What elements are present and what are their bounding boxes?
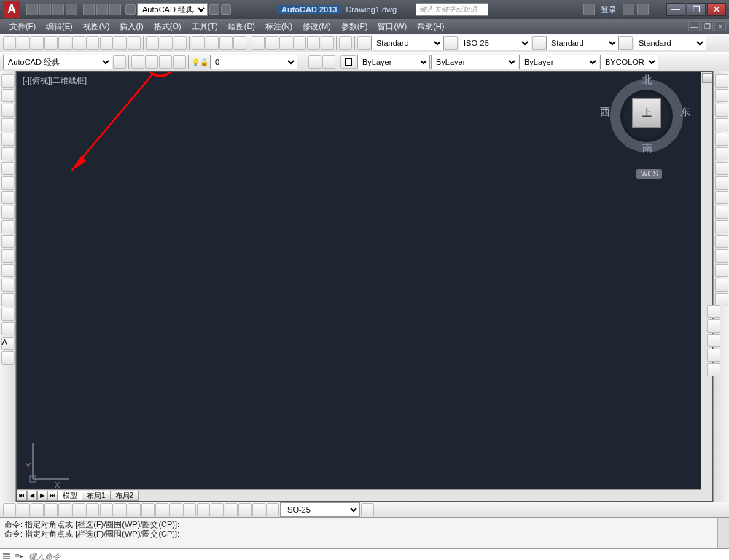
tab-first-icon[interactable]: ⏮: [17, 491, 27, 501]
hatch-icon[interactable]: [1, 279, 15, 292]
point-icon[interactable]: [1, 264, 15, 277]
stretch-icon[interactable]: [715, 191, 728, 204]
qat-redo-icon[interactable]: [109, 4, 121, 15]
join-icon[interactable]: [715, 249, 728, 262]
dim-jogged-icon[interactable]: [72, 503, 85, 516]
zoom-window-icon[interactable]: [219, 36, 233, 50]
layer-filter-icon[interactable]: [159, 55, 172, 69]
close-button[interactable]: ✕: [707, 3, 726, 16]
layer-control[interactable]: 💡🔒 0: [191, 55, 308, 69]
dim-update-icon[interactable]: [266, 503, 279, 516]
erase-icon[interactable]: [715, 74, 728, 88]
array-icon[interactable]: [715, 133, 728, 146]
help-icon[interactable]: [637, 4, 649, 15]
make-block-icon[interactable]: [1, 249, 15, 262]
menu-tools[interactable]: 工具(T): [187, 21, 223, 32]
menu-parametric[interactable]: 参数(P): [336, 21, 373, 32]
tab-model[interactable]: 模型: [58, 491, 82, 501]
arc-icon[interactable]: [1, 147, 15, 160]
tab-layout1[interactable]: 布局1: [82, 491, 111, 501]
plot-icon[interactable]: [44, 36, 58, 50]
menu-edit[interactable]: 编辑(E): [41, 21, 78, 32]
new-icon[interactable]: [3, 36, 16, 50]
ellipse-arc-icon[interactable]: [1, 220, 15, 233]
paste-icon[interactable]: [114, 36, 127, 50]
tab-last-icon[interactable]: ⏭: [47, 491, 58, 501]
app-menu-button[interactable]: A: [3, 1, 20, 18]
tab-layout2[interactable]: 布局2: [110, 491, 139, 501]
dim-style-combo[interactable]: ISO-25: [280, 502, 360, 517]
copy-icon[interactable]: [100, 36, 113, 50]
save-icon[interactable]: [31, 36, 44, 50]
scale-icon[interactable]: [715, 176, 728, 190]
workspace-select[interactable]: AutoCAD 经典: [137, 3, 208, 16]
dim-space-icon[interactable]: [155, 503, 168, 516]
menu-modify[interactable]: 修改(M): [297, 21, 336, 32]
doc-close-button[interactable]: ×: [714, 21, 726, 31]
minimize-button[interactable]: —: [666, 3, 685, 16]
menu-format[interactable]: 格式(O): [149, 21, 187, 32]
dim-inspect-icon[interactable]: [211, 503, 224, 516]
mleaderstyle-icon[interactable]: [620, 36, 633, 50]
qat-save-icon[interactable]: [52, 4, 64, 15]
trim-icon[interactable]: [715, 206, 728, 219]
layer-manager-icon[interactable]: [131, 55, 144, 69]
menu-file[interactable]: 文件(F): [4, 21, 41, 32]
doc-restore-button[interactable]: ❐: [701, 21, 713, 31]
menu-help[interactable]: 帮助(H): [412, 21, 449, 32]
region-icon[interactable]: [1, 308, 15, 321]
mirror-icon[interactable]: [715, 104, 728, 117]
layer-lock-icon[interactable]: [173, 55, 186, 69]
vertical-scrollbar[interactable]: [701, 72, 712, 501]
workspace-extra-icon[interactable]: [209, 4, 219, 15]
dim-baseline-icon[interactable]: [128, 503, 141, 516]
command-input[interactable]: [28, 552, 726, 561]
help-toolbar-icon[interactable]: [339, 36, 352, 50]
dim-style-launch-icon[interactable]: [361, 503, 374, 516]
workspace-switcher[interactable]: AutoCAD 经典: [125, 3, 231, 16]
textstyle-select[interactable]: Standard: [371, 36, 444, 50]
dim-edit-icon[interactable]: [238, 503, 252, 516]
viewport-label[interactable]: [-][俯视][二维线框]: [23, 75, 87, 86]
qat-saveas-icon[interactable]: [66, 4, 77, 15]
copy-obj-icon[interactable]: [715, 89, 728, 102]
viewcube[interactable]: 上 北 南 东 西 WCS: [603, 77, 690, 179]
ellipse-icon[interactable]: [1, 206, 15, 219]
qat-plot-icon[interactable]: [83, 4, 95, 15]
bring-above-icon[interactable]: [707, 334, 720, 347]
zoom-previous-icon[interactable]: [233, 36, 246, 50]
designcenter-icon[interactable]: [265, 36, 278, 50]
menu-view[interactable]: 视图(V): [78, 21, 115, 32]
ws-settings-icon[interactable]: [113, 55, 126, 69]
compass-south[interactable]: 南: [642, 142, 652, 155]
mleaderstyle-select[interactable]: Standard: [634, 36, 706, 50]
sheetset-icon[interactable]: [293, 36, 306, 50]
polygon-icon[interactable]: [1, 118, 15, 131]
workspace-select-2[interactable]: AutoCAD 经典: [3, 55, 112, 69]
send-back-icon[interactable]: [707, 319, 720, 332]
color-control[interactable]: [340, 55, 356, 69]
dim-ordinate-icon[interactable]: [44, 503, 58, 516]
tablestyle-icon[interactable]: [532, 36, 545, 50]
tablestyle-select[interactable]: Standard: [546, 36, 619, 50]
table-icon[interactable]: [1, 322, 15, 335]
infocenter-search[interactable]: 键入关键字或短语: [416, 3, 488, 16]
bring-front-icon[interactable]: [707, 305, 720, 318]
circle-icon[interactable]: [1, 162, 15, 175]
blockeditor-icon[interactable]: [146, 36, 159, 50]
line-icon[interactable]: [1, 74, 15, 88]
cmd-handle-icon[interactable]: [3, 551, 10, 561]
dim-arc-icon[interactable]: [31, 503, 44, 516]
dim-continue-icon[interactable]: [141, 503, 155, 516]
plotstyle-select[interactable]: BYCOLOR: [600, 55, 658, 69]
compass-west[interactable]: 西: [600, 106, 610, 119]
dim-center-icon[interactable]: [197, 503, 210, 516]
revcloud-icon[interactable]: [1, 176, 15, 190]
xline-icon[interactable]: [1, 89, 15, 102]
qat-undo-icon[interactable]: [96, 4, 108, 15]
dim-radius-icon[interactable]: [58, 503, 71, 516]
preview-icon[interactable]: [58, 36, 71, 50]
dimstyle-select[interactable]: ISO-25: [459, 36, 531, 50]
doc-minimize-button[interactable]: —: [688, 21, 700, 31]
publish-icon[interactable]: [72, 36, 85, 50]
